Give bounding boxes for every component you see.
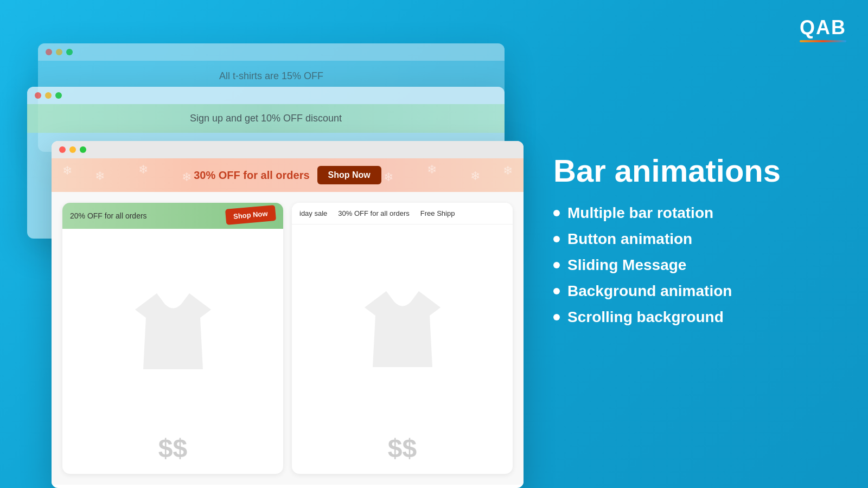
price-right: $$ bbox=[382, 428, 422, 468]
feature-item-multiple-bar: Multiple bar rotation bbox=[553, 204, 835, 222]
mid-bar-text: Sign up and get 10% OFF discount bbox=[190, 113, 342, 124]
dot-red-back bbox=[46, 49, 52, 55]
feature-label-multiple-bar: Multiple bar rotation bbox=[567, 204, 713, 222]
card-right-scroll-bar: iday sale 30% OFF for all orders Free Sh… bbox=[292, 203, 513, 224]
bullet-icon bbox=[553, 236, 560, 242]
feature-panel: Bar animations Multiple bar rotation But… bbox=[553, 153, 835, 335]
browsers-container: All t-shirts are 15% OFF Sign up and get… bbox=[16, 27, 548, 472]
titlebar-mid bbox=[27, 87, 505, 104]
front-promo-bar: ❄ ❄ ❄ ❄ ❄ ❄ ❄ ❄ 30% OFF for all orders S… bbox=[52, 158, 524, 192]
qab-logo: QAB bbox=[800, 16, 846, 42]
feature-title: Bar animations bbox=[553, 153, 835, 188]
feature-item-background-animation: Background animation bbox=[553, 282, 835, 300]
browser-window-front: ❄ ❄ ❄ ❄ ❄ ❄ ❄ ❄ 30% OFF for all orders S… bbox=[52, 141, 524, 488]
feature-label-scrolling-background: Scrolling background bbox=[567, 309, 724, 326]
dot-yellow-mid bbox=[45, 92, 52, 99]
bullet-icon bbox=[553, 314, 560, 320]
titlebar-back bbox=[38, 43, 505, 61]
snowflake-1: ❄ bbox=[62, 164, 72, 178]
tshirt-left-icon bbox=[124, 288, 222, 375]
price-left: $$ bbox=[153, 428, 193, 468]
feature-item-button-animation: Button animation bbox=[553, 230, 835, 248]
scroll-item-1: iday sale bbox=[299, 209, 327, 217]
tshirt-right-icon bbox=[354, 286, 451, 373]
logo-underline bbox=[800, 40, 846, 42]
product-card-left: 20% OFF for all orders Shop Now $$ bbox=[62, 203, 283, 474]
bullet-icon bbox=[553, 262, 560, 268]
card-left-content: $$ bbox=[62, 229, 283, 474]
card-left-promo-text: 20% OFF for all orders bbox=[70, 211, 147, 220]
snowflake-3: ❄ bbox=[138, 163, 148, 177]
feature-label-sliding-message: Sliding Message bbox=[567, 256, 686, 274]
snowflake-6: ❄ bbox=[470, 169, 480, 183]
products-area: 20% OFF for all orders Shop Now $$ iday … bbox=[52, 192, 524, 485]
scroll-item-2: 30% OFF for all orders bbox=[338, 209, 410, 217]
logo-text: QAB bbox=[800, 16, 846, 38]
bullet-icon bbox=[553, 288, 560, 294]
card-left-shop-button[interactable]: Shop Now bbox=[225, 205, 276, 225]
feature-item-scrolling-background: Scrolling background bbox=[553, 309, 835, 326]
dot-green-mid bbox=[55, 92, 62, 99]
shop-now-button[interactable]: Shop Now bbox=[317, 166, 381, 184]
dot-yellow-back bbox=[56, 49, 62, 55]
snowflake-8: ❄ bbox=[384, 170, 393, 184]
dot-green-front bbox=[80, 146, 86, 153]
dot-red-mid bbox=[35, 92, 41, 99]
titlebar-front bbox=[52, 141, 524, 158]
dot-yellow-front bbox=[69, 146, 76, 153]
snowflake-2: ❄ bbox=[95, 169, 105, 183]
front-promo-text: 30% OFF for all orders bbox=[194, 169, 309, 182]
feature-label-background-animation: Background animation bbox=[567, 282, 732, 300]
snowflake-7: ❄ bbox=[427, 163, 437, 177]
mid-promo-bar: Sign up and get 10% OFF discount bbox=[27, 104, 505, 133]
feature-label-button-animation: Button animation bbox=[567, 230, 692, 248]
card-right-content: $$ bbox=[292, 224, 513, 474]
back-bar-text: All t-shirts are 15% OFF bbox=[219, 70, 323, 81]
feature-list: Multiple bar rotation Button animation S… bbox=[553, 204, 835, 326]
snowflake-5: ❄ bbox=[503, 164, 513, 178]
scroll-item-3: Free Shipp bbox=[420, 209, 455, 217]
product-card-right: iday sale 30% OFF for all orders Free Sh… bbox=[292, 203, 513, 474]
dot-red-front bbox=[59, 146, 66, 153]
card-left-bar: 20% OFF for all orders Shop Now bbox=[62, 203, 283, 229]
bullet-icon bbox=[553, 210, 560, 216]
tshirt-left-container bbox=[113, 234, 233, 428]
tshirt-right-container bbox=[343, 230, 462, 428]
dot-green-back bbox=[66, 49, 73, 55]
snowflake-4: ❄ bbox=[182, 170, 192, 184]
feature-item-sliding-message: Sliding Message bbox=[553, 256, 835, 274]
